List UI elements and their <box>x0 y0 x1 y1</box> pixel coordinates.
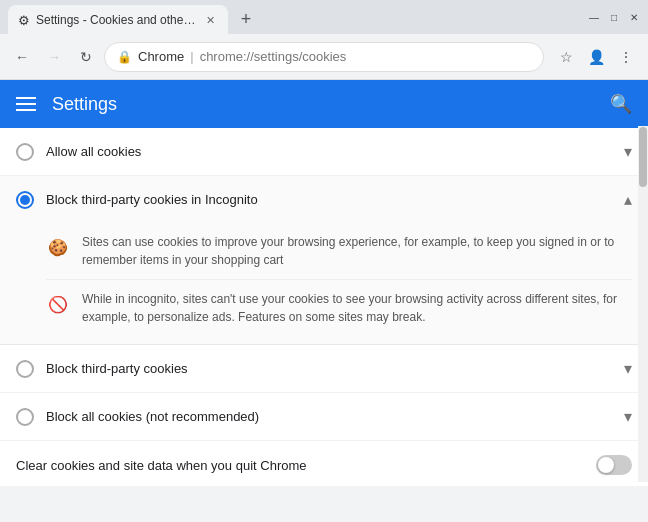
tab-close-button[interactable]: ✕ <box>202 12 218 28</box>
allow-all-radio[interactable] <box>16 143 34 161</box>
incognito-info-text: While in incognito, sites can't use your… <box>82 290 632 326</box>
block-third-party-option[interactable]: Block third-party cookies ▾ <box>0 345 648 393</box>
close-button[interactable]: ✕ <box>628 11 640 23</box>
block-incognito-details: 🍪 Sites can use cookies to improve your … <box>0 223 648 344</box>
tab-title: Settings - Cookies and other site... <box>36 13 196 27</box>
block-incognito-option[interactable]: Block third-party cookies in Incognito ▴ <box>0 176 648 223</box>
block-all-label: Block all cookies (not recommended) <box>46 409 612 424</box>
block-incognito-label: Block third-party cookies in Incognito <box>46 192 612 207</box>
scrollbar-thumb[interactable] <box>639 127 647 187</box>
settings-header: Settings 🔍 <box>0 80 648 128</box>
block-all-chevron: ▾ <box>624 407 632 426</box>
menu-icon[interactable]: ⋮ <box>612 43 640 71</box>
block-incognito-chevron: ▴ <box>624 190 632 209</box>
account-icon[interactable]: 👤 <box>582 43 610 71</box>
no-cookie-icon: 🚫 <box>46 292 70 316</box>
cookie-icon: 🍪 <box>46 235 70 259</box>
back-button[interactable]: ← <box>8 43 36 71</box>
allow-all-cookies-option[interactable]: Allow all cookies ▾ <box>0 128 648 176</box>
scrollbar-track[interactable] <box>638 126 648 482</box>
lock-icon: 🔒 <box>117 50 132 64</box>
browser-titlebar: ⚙ Settings - Cookies and other site... ✕… <box>0 0 648 34</box>
tab-bar: ⚙ Settings - Cookies and other site... ✕… <box>8 0 584 35</box>
address-url: chrome://settings/cookies <box>200 49 347 64</box>
window-controls: — □ ✕ <box>588 11 640 23</box>
block-all-radio[interactable] <box>16 408 34 426</box>
minimize-button[interactable]: — <box>588 11 600 23</box>
incognito-info-item: 🚫 While in incognito, sites can't use yo… <box>46 280 632 336</box>
block-incognito-radio[interactable] <box>16 191 34 209</box>
block-third-party-radio[interactable] <box>16 360 34 378</box>
allow-all-chevron: ▾ <box>624 142 632 161</box>
settings-content: Allow all cookies ▾ Block third-party co… <box>0 128 648 486</box>
hamburger-menu[interactable] <box>16 97 36 111</box>
address-right-icons: ☆ 👤 ⋮ <box>552 43 640 71</box>
search-icon[interactable]: 🔍 <box>610 93 632 115</box>
new-tab-button[interactable]: + <box>232 5 260 33</box>
tab-settings-icon: ⚙ <box>18 13 30 28</box>
address-separator: | <box>190 49 193 64</box>
active-tab[interactable]: ⚙ Settings - Cookies and other site... ✕ <box>8 5 228 35</box>
clear-cookies-toggle[interactable] <box>596 455 632 475</box>
block-third-party-chevron: ▾ <box>624 359 632 378</box>
site-name: Chrome <box>138 49 184 64</box>
refresh-button[interactable]: ↻ <box>72 43 100 71</box>
clear-cookies-row: Clear cookies and site data when you qui… <box>0 441 648 486</box>
forward-button[interactable]: → <box>40 43 68 71</box>
settings-title: Settings <box>52 94 594 115</box>
bookmark-icon[interactable]: ☆ <box>552 43 580 71</box>
allow-all-label: Allow all cookies <box>46 144 612 159</box>
address-bar: ← → ↻ 🔒 Chrome | chrome://settings/cooki… <box>0 34 648 80</box>
clear-cookies-label: Clear cookies and site data when you qui… <box>16 458 584 473</box>
block-incognito-section: Block third-party cookies in Incognito ▴… <box>0 176 648 345</box>
block-third-party-label: Block third-party cookies <box>46 361 612 376</box>
maximize-button[interactable]: □ <box>608 11 620 23</box>
address-input[interactable]: 🔒 Chrome | chrome://settings/cookies <box>104 42 544 72</box>
cookie-benefit-text: Sites can use cookies to improve your br… <box>82 233 632 269</box>
cookie-benefit-item: 🍪 Sites can use cookies to improve your … <box>46 223 632 280</box>
block-all-cookies-option[interactable]: Block all cookies (not recommended) ▾ <box>0 393 648 441</box>
